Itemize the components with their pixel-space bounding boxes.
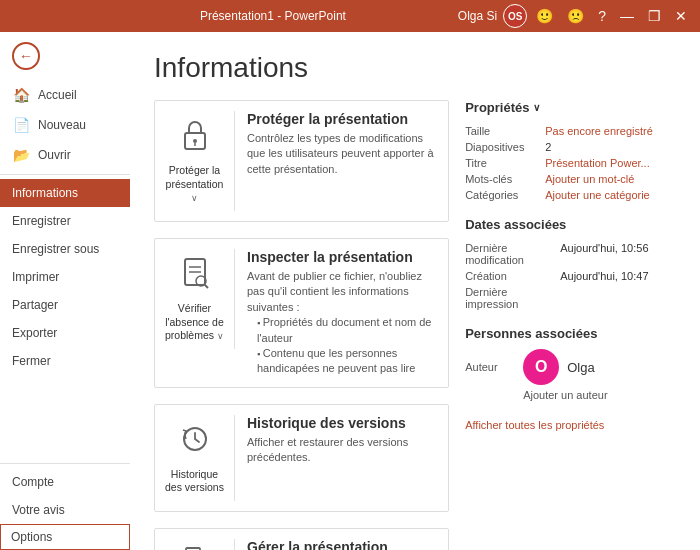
- date-label-modification: Dernière modification: [465, 240, 560, 268]
- card-icon-gerer[interactable]: Gérer la présentation ∨: [165, 539, 235, 550]
- sidebar-item-ouvrir[interactable]: 📂 Ouvrir: [0, 140, 130, 170]
- home-icon: 🏠: [12, 87, 30, 103]
- main-content: Informations: [130, 32, 700, 550]
- card-gerer: Gérer la présentation ∨ Gérer la présent…: [154, 528, 449, 550]
- persons-title: Personnes associées: [465, 326, 597, 341]
- prop-value-titre[interactable]: Présentation Power...: [545, 155, 676, 171]
- help-icon[interactable]: ?: [593, 6, 611, 26]
- sidebar-label-enregistrer: Enregistrer: [12, 214, 71, 228]
- emoji-sad-icon[interactable]: 🙁: [562, 6, 589, 26]
- prop-value-diapositives: 2: [545, 139, 676, 155]
- card-desc-proteger: Contrôlez les types de modifications que…: [247, 131, 438, 177]
- dates-section: Dates associées Dernière modification Au…: [465, 217, 676, 312]
- date-row-creation: Création Aujourd'hui, 10:47: [465, 268, 676, 284]
- card-content-historique: Historique des versions Afficher et rest…: [247, 415, 438, 466]
- sidebar-item-compte[interactable]: Compte: [0, 468, 130, 496]
- properties-section: Propriétés ∨ Taille Pas encore enregistr…: [465, 100, 676, 203]
- prop-row-diapositives: Diapositives 2: [465, 139, 676, 155]
- sidebar-label-partager: Partager: [12, 298, 58, 312]
- sidebar-item-accueil[interactable]: 🏠 Accueil: [0, 80, 130, 110]
- bullet-1: Propriétés du document et nom de l'auteu…: [257, 315, 438, 346]
- manage-icon: [179, 545, 211, 550]
- card-desc-historique: Afficher et restaurer des versions précé…: [247, 435, 438, 466]
- card-desc-inspecter: Avant de publier ce fichier, n'oubliez p…: [247, 269, 438, 377]
- titlebar-username: Olga Si: [458, 9, 497, 23]
- page-title: Informations: [154, 52, 676, 84]
- card-icon-proteger[interactable]: Protéger la présentation ∨: [165, 111, 235, 211]
- back-button[interactable]: ←: [12, 42, 40, 70]
- prop-label-titre: Titre: [465, 155, 545, 171]
- date-row-modification: Dernière modification Aujourd'hui, 10:56: [465, 240, 676, 268]
- sidebar-item-imprimer[interactable]: Imprimer: [0, 263, 130, 291]
- persons-header: Personnes associées: [465, 326, 676, 341]
- card-title-gerer: Gérer la présentation: [247, 539, 438, 550]
- prop-value-taille[interactable]: Pas encore enregistré: [545, 123, 676, 139]
- chevron-down-icon: ∨: [191, 193, 198, 203]
- date-value-modification: Aujourd'hui, 10:56: [560, 240, 676, 268]
- sidebar-item-enregistrer[interactable]: Enregistrer: [0, 207, 130, 235]
- content-right: Propriétés ∨ Taille Pas encore enregistr…: [465, 100, 676, 550]
- sidebar-label-informations: Informations: [12, 186, 78, 200]
- properties-title: Propriétés: [465, 100, 529, 115]
- sidebar-item-exporter[interactable]: Exporter: [0, 319, 130, 347]
- prop-label-categories: Catégories: [465, 187, 545, 203]
- sidebar-divider-1: [0, 174, 130, 175]
- prop-row-taille: Taille Pas encore enregistré: [465, 123, 676, 139]
- author-name: Olga: [567, 360, 594, 375]
- card-title-inspecter: Inspecter la présentation: [247, 249, 438, 265]
- sidebar-back: ←: [0, 32, 130, 80]
- prop-value-mots-cles[interactable]: Ajouter un mot-clé: [545, 171, 676, 187]
- card-label-inspecter: Vérifier l'absence de problèmes ∨: [165, 302, 224, 343]
- titlebar-controls: Olga Si OS 🙂 🙁 ? — ❒ ✕: [458, 4, 692, 28]
- sidebar-item-nouveau[interactable]: 📄 Nouveau: [0, 110, 130, 140]
- sidebar-item-avis[interactable]: Votre avis: [0, 496, 130, 524]
- svg-point-1: [193, 139, 197, 143]
- sidebar-nav: 🏠 Accueil 📄 Nouveau 📂 Ouvrir Information…: [0, 80, 130, 463]
- history-icon: [179, 421, 211, 464]
- prop-label-taille: Taille: [465, 123, 545, 139]
- card-content-gerer: Gérer la présentation 📄 Toutes les modif…: [247, 539, 438, 550]
- chevron-down-icon: ∨: [217, 331, 224, 341]
- sidebar-label-enregistrer-sous: Enregistrer sous: [12, 242, 99, 256]
- add-author-link[interactable]: Ajouter un auteur: [523, 389, 676, 401]
- sidebar-item-fermer[interactable]: Fermer: [0, 347, 130, 375]
- author-avatar: O: [523, 349, 559, 385]
- properties-header: Propriétés ∨: [465, 100, 676, 115]
- date-row-impression: Dernière impression: [465, 284, 676, 312]
- sidebar-label-fermer: Fermer: [12, 354, 51, 368]
- app-body: ← 🏠 Accueil 📄 Nouveau 📂 Ouvrir Informati…: [0, 32, 700, 550]
- date-value-impression: [560, 284, 676, 312]
- emoji-happy-icon[interactable]: 🙂: [531, 6, 558, 26]
- restore-button[interactable]: ❒: [643, 6, 666, 26]
- open-icon: 📂: [12, 147, 30, 163]
- dates-header: Dates associées: [465, 217, 676, 232]
- card-title-historique: Historique des versions: [247, 415, 438, 431]
- card-label-historique: Historique des versions: [165, 468, 224, 495]
- prop-row-categories: Catégories Ajouter une catégorie: [465, 187, 676, 203]
- sidebar-item-enregistrer-sous[interactable]: Enregistrer sous: [0, 235, 130, 263]
- show-all-props-text[interactable]: Afficher toutes les propriétés: [465, 419, 604, 431]
- close-button[interactable]: ✕: [670, 6, 692, 26]
- prop-value-categories[interactable]: Ajouter une catégorie: [545, 187, 676, 203]
- prop-row-titre: Titre Présentation Power...: [465, 155, 676, 171]
- sidebar-label-accueil: Accueil: [38, 88, 77, 102]
- persons-section: Personnes associées Auteur O Olga Ajoute…: [465, 326, 676, 401]
- svg-line-7: [205, 285, 208, 288]
- author-row: Auteur O Olga: [465, 349, 676, 385]
- sidebar-label-options: Options: [11, 530, 52, 544]
- minimize-button[interactable]: —: [615, 6, 639, 26]
- sidebar-item-informations[interactable]: Informations: [0, 179, 130, 207]
- titlebar: Présentation1 - PowerPoint Olga Si OS 🙂 …: [0, 0, 700, 32]
- card-icon-historique[interactable]: Historique des versions: [165, 415, 235, 501]
- inspect-icon: [179, 255, 211, 298]
- sidebar-label-imprimer: Imprimer: [12, 270, 59, 284]
- sidebar-label-avis: Votre avis: [12, 503, 65, 517]
- show-all-properties-link[interactable]: Afficher toutes les propriétés: [465, 415, 676, 433]
- author-label: Auteur: [465, 361, 515, 373]
- sidebar-item-options[interactable]: Options: [0, 524, 130, 550]
- card-icon-inspecter[interactable]: Vérifier l'absence de problèmes ∨: [165, 249, 235, 349]
- properties-table: Taille Pas encore enregistré Diapositive…: [465, 123, 676, 203]
- sidebar-item-partager[interactable]: Partager: [0, 291, 130, 319]
- bullet-2: Contenu que les personnes handicapées ne…: [257, 346, 438, 377]
- prop-label-mots-cles: Mots-clés: [465, 171, 545, 187]
